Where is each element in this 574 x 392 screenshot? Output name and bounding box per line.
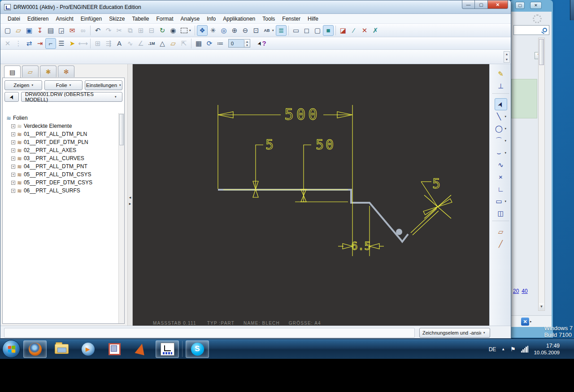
show-desktop-button[interactable]: [570, 0, 574, 20]
tree-row[interactable]: +≋04__PRT_ALL_DTM_PNT: [5, 162, 118, 170]
scroll-down-icon[interactable]: ▼: [539, 303, 544, 310]
slope-tool-icon[interactable]: ∠: [135, 38, 146, 49]
redo-icon[interactable]: ↷: [103, 25, 114, 36]
background-window[interactable]: ▢ ✕ ▾ 2040 ▼ ✕ ▸: [510, 0, 553, 338]
expand-icon[interactable]: +: [11, 124, 15, 128]
menu-datei[interactable]: Datei: [4, 14, 24, 23]
dim-500-text[interactable]: 500: [284, 105, 320, 123]
arc-tool-icon[interactable]: ⌒: [493, 135, 505, 146]
zoom-out-icon[interactable]: ⊖: [240, 25, 251, 36]
rectangle-tool-icon[interactable]: ▭: [493, 196, 505, 207]
print-preview-icon[interactable]: ◲: [56, 25, 67, 36]
table-refresh-icon[interactable]: ⟳: [204, 38, 215, 49]
taskbar-proe[interactable]: [156, 340, 179, 358]
circle-tool-icon[interactable]: ◯: [493, 123, 505, 134]
dim-50-text[interactable]: 50: [316, 137, 335, 152]
sketch-relations-icon[interactable]: ✎: [495, 69, 507, 79]
tree-scrollbar[interactable]: [118, 113, 124, 323]
expand-icon[interactable]: +: [11, 189, 15, 193]
menu-info[interactable]: Info: [203, 14, 219, 23]
taskbar-media-player[interactable]: ▶: [76, 340, 100, 358]
find-icon[interactable]: ◉: [168, 25, 178, 36]
select-tool-icon[interactable]: ➤: [495, 98, 507, 110]
tab-connections[interactable]: ✻: [58, 65, 74, 77]
chevron-down-icon[interactable]: ▾: [505, 127, 509, 131]
panel-splitter[interactable]: ◂ ▸: [127, 64, 133, 326]
expand-icon[interactable]: +: [11, 140, 15, 144]
tree-row[interactable]: +≋01__PRT_ALL_DTM_PLN: [5, 130, 118, 138]
chevron-down-icon[interactable]: ▾: [505, 151, 509, 155]
chevron-down-icon[interactable]: ▾: [505, 139, 509, 143]
page-link-40[interactable]: 40: [522, 288, 527, 294]
fillet-tool-icon[interactable]: ⌣: [493, 148, 505, 158]
menu-editieren[interactable]: Editieren: [24, 14, 52, 23]
expand-icon[interactable]: +: [11, 181, 15, 185]
bend-node-dot[interactable]: [396, 229, 402, 235]
expand-icon[interactable]: +: [11, 173, 15, 177]
taskbar-matlab[interactable]: [129, 340, 152, 358]
minimize-button[interactable]: —: [462, 0, 475, 9]
dimension-tool-icon[interactable]: ⟷: [78, 38, 88, 49]
tree-row[interactable]: +≋03__PRT_ALL_CURVES: [5, 154, 118, 162]
select-mode-button[interactable]: ➤: [4, 92, 19, 102]
language-indicator[interactable]: DE: [489, 346, 496, 353]
layers-icon[interactable]: ≣: [276, 25, 287, 36]
filter-selector[interactable]: Zeichnungselem und -ansicl ▾: [419, 328, 490, 338]
scroll-down-icon[interactable]: ▼: [504, 57, 509, 62]
datum-axis-toggle-icon[interactable]: ⁄: [348, 25, 359, 36]
view-frame-icon[interactable]: ⊞: [92, 38, 103, 49]
rename-dropdown-icon[interactable]: ▾: [272, 29, 276, 32]
collapse-left-icon[interactable]: ◂: [128, 194, 132, 200]
tree-row[interactable]: +≋01__PRT_DEF_DTM_PLN: [5, 138, 118, 146]
line-style-icon[interactable]: ☰: [56, 38, 67, 49]
taskbar-firefox[interactable]: [23, 340, 47, 358]
network-signal-icon[interactable]: [521, 346, 529, 353]
title-bar[interactable]: DRW0001 (Aktiv) - Pro/ENGINEER Education…: [0, 0, 511, 14]
sketch-tool-icon[interactable]: ∿: [125, 38, 135, 49]
shaded-icon[interactable]: ■: [323, 25, 334, 36]
save-icon[interactable]: ▣: [24, 25, 35, 36]
chevron-down-icon[interactable]: ▾: [505, 200, 509, 203]
constraints-icon[interactable]: ⊥: [495, 81, 507, 91]
wireframe-icon[interactable]: ▭: [291, 25, 301, 36]
scroll-up-icon[interactable]: ▲: [504, 52, 509, 57]
sheet-number-stepper[interactable]: 0 ▲ ▼: [228, 39, 250, 48]
menu-analyse[interactable]: Analyse: [177, 14, 204, 23]
dim-65-text[interactable]: 6.5: [351, 240, 370, 253]
folie-button[interactable]: Folie▾: [44, 80, 82, 90]
hidden-line-icon[interactable]: ◻: [301, 25, 312, 36]
datum-plane-toggle-icon[interactable]: ◪: [338, 25, 348, 36]
datum-point-toggle-icon[interactable]: ✕: [359, 25, 370, 36]
paste-icon[interactable]: ⊞: [135, 25, 146, 36]
tab-model-tree[interactable]: ▤: [4, 65, 21, 78]
export-pdf-icon[interactable]: ↧: [35, 25, 45, 36]
undo-icon[interactable]: ↶: [92, 25, 103, 36]
no-hidden-icon[interactable]: ▢: [312, 25, 323, 36]
action-center-flag-icon[interactable]: ⚑: [510, 346, 516, 353]
expand-icon[interactable]: +: [11, 132, 15, 136]
menu-tabelle[interactable]: Tabelle: [128, 14, 152, 23]
bgwin-scrollbar[interactable]: ▼: [538, 38, 545, 311]
bgwin-maximize-button[interactable]: ▢: [515, 2, 525, 9]
repaint-icon[interactable]: ❖: [197, 25, 208, 36]
tab-favorites[interactable]: ✱: [40, 65, 57, 77]
tree-root-row[interactable]: ≋Folien: [5, 114, 118, 122]
line-tool-icon[interactable]: ╲: [493, 111, 505, 122]
clock[interactable]: 17:49 10.05.2009: [534, 343, 560, 356]
sheet-number-value[interactable]: 0: [229, 39, 244, 47]
update-views-icon[interactable]: ⇄: [24, 38, 35, 49]
note-tool-icon[interactable]: A: [114, 38, 125, 49]
link-icon[interactable]: ∞: [78, 25, 88, 36]
delete-icon[interactable]: ✕: [2, 38, 13, 49]
menu-fenster[interactable]: Fenster: [278, 14, 304, 23]
menu-format[interactable]: Format: [153, 14, 177, 23]
new-file-icon[interactable]: ▢: [2, 25, 13, 36]
menu-hilfe[interactable]: Hilfe: [304, 14, 322, 23]
point-tool-icon[interactable]: ×: [495, 172, 507, 183]
zeigen-button[interactable]: Zeigen▾: [4, 80, 42, 90]
copy-icon[interactable]: ⧉: [125, 25, 135, 36]
menu-ansicht[interactable]: Ansicht: [52, 14, 77, 23]
stepper-up-icon[interactable]: ▲: [244, 40, 250, 44]
close-button[interactable]: ✕: [488, 0, 508, 9]
regenerate-icon[interactable]: ↻: [157, 25, 168, 36]
